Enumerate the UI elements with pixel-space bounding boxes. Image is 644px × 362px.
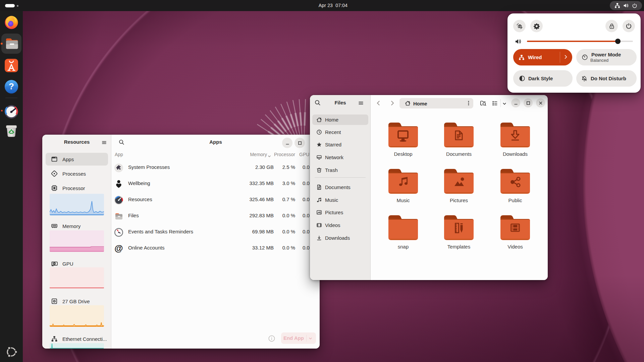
svg-text:?: ?: [9, 81, 14, 91]
svg-text:@: @: [114, 244, 123, 253]
